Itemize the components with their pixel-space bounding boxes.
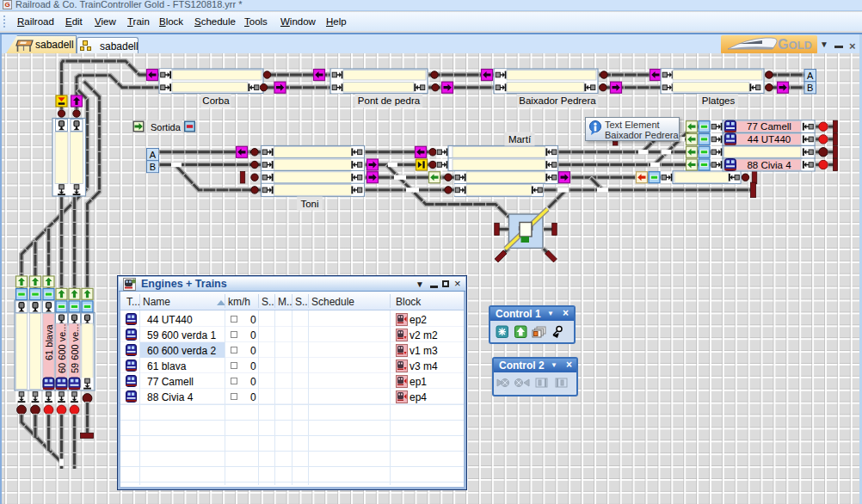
svg-text:Platges: Platges	[702, 95, 736, 106]
svg-text:Corba: Corba	[202, 95, 230, 106]
svg-text:A: A	[807, 71, 814, 81]
svg-text:B: B	[807, 83, 813, 93]
svg-text:44 UT440: 44 UT440	[748, 134, 791, 144]
svg-text:A: A	[150, 150, 157, 160]
svg-text:Toni: Toni	[300, 199, 318, 209]
svg-text:Martí: Martí	[508, 134, 532, 144]
svg-text:59 600 ve...: 59 600 ve...	[70, 324, 80, 374]
svg-text:88 Civia 4: 88 Civia 4	[747, 160, 791, 170]
svg-text:Baixador Pedrera: Baixador Pedrera	[519, 95, 596, 106]
svg-text:60 600 ve...: 60 600 ve...	[57, 324, 67, 374]
svg-text:B: B	[150, 162, 156, 172]
svg-text:Sortida: Sortida	[151, 122, 182, 132]
svg-text:77 Camell: 77 Camell	[747, 121, 791, 132]
svg-text:61 blava: 61 blava	[44, 324, 54, 360]
svg-text:Pont de pedra: Pont de pedra	[358, 95, 421, 106]
